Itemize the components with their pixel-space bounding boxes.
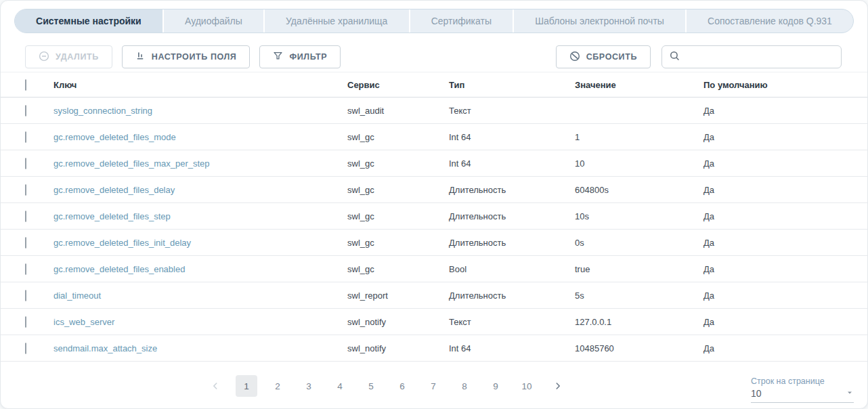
setting-key-link[interactable]: gc.remove_deleted_files_step <box>53 211 171 221</box>
tab-label: Системные настройки <box>36 16 142 26</box>
ban-icon <box>569 51 580 64</box>
rows-per-page: Строк на странице 10 <box>751 376 854 403</box>
pagination-page-button[interactable]: 10 <box>516 375 538 397</box>
search-box <box>661 45 842 68</box>
row-checkbox[interactable] <box>25 290 26 301</box>
pagination-page-button[interactable]: 2 <box>267 375 288 397</box>
reset-button-label: СБРОСИТЬ <box>586 52 637 62</box>
cell-default: Да <box>703 290 867 301</box>
row-checkbox[interactable] <box>25 158 26 169</box>
pagination-page-button[interactable]: 6 <box>391 375 413 397</box>
filter-button[interactable]: ФИЛЬТР <box>259 45 341 68</box>
row-checkbox[interactable] <box>25 211 26 222</box>
tab-label: Удалённые хранилища <box>286 16 387 26</box>
table-row: gc.remove_deleted_files_enabled swl_gc B… <box>1 256 867 282</box>
row-checkbox[interactable] <box>25 184 26 196</box>
select-all-checkbox[interactable] <box>25 79 26 91</box>
cell-default: Да <box>703 238 867 248</box>
rows-per-page-value: 10 <box>751 388 762 399</box>
setting-key-link[interactable]: gc.remove_deleted_files_enabled <box>53 264 185 274</box>
settings-table: Ключ Сервис Тип Значение По умолчанию sy… <box>1 72 867 362</box>
row-checkbox[interactable] <box>25 343 26 354</box>
cell-type: Bool <box>449 264 575 274</box>
setting-key-link[interactable]: gc.remove_deleted_files_max_per_step <box>53 158 210 169</box>
cell-service: swl_gc <box>347 211 449 221</box>
row-checkbox[interactable] <box>25 131 26 143</box>
cell-default: Да <box>703 317 867 327</box>
reset-button[interactable]: СБРОСИТЬ <box>556 45 651 68</box>
row-checkbox[interactable] <box>25 316 26 328</box>
cell-service: swl_gc <box>347 238 449 248</box>
toolbar: УДАЛИТЬ НАСТРОИТЬ ПОЛЯ ФИЛЬТР СБРОСИТЬ <box>1 45 867 68</box>
setting-key-link[interactable]: ics_web_server <box>53 317 114 327</box>
pagination-page-button[interactable]: 4 <box>329 375 351 397</box>
setting-key-link[interactable]: gc.remove_deleted_files_delay <box>53 185 175 195</box>
row-checkbox[interactable] <box>25 105 26 116</box>
rows-per-page-select[interactable]: 10 <box>751 387 854 403</box>
table-row: gc.remove_deleted_files_init_delay swl_g… <box>1 230 867 256</box>
configure-fields-button[interactable]: НАСТРОИТЬ ПОЛЯ <box>122 45 251 68</box>
cell-value: 1 <box>575 132 703 142</box>
row-checkbox[interactable] <box>25 263 26 275</box>
cell-type: Длительность <box>449 211 575 221</box>
cell-default: Да <box>703 158 867 169</box>
column-header-service: Сервис <box>347 80 449 90</box>
rows-per-page-label: Строк на странице <box>751 376 854 386</box>
cell-default: Да <box>703 211 867 221</box>
tab-item[interactable]: Удалённые хранилища <box>263 9 409 33</box>
delete-button-label: УДАЛИТЬ <box>56 52 99 62</box>
setting-key-link[interactable]: gc.remove_deleted_files_init_delay <box>53 238 191 248</box>
table-row: gc.remove_deleted_files_step swl_gc Длит… <box>1 203 867 230</box>
tab-item[interactable]: Сопоставление кодов Q.931 <box>685 9 853 33</box>
column-header-key: Ключ <box>53 80 347 90</box>
cell-service: swl_gc <box>347 264 449 274</box>
search-icon <box>669 50 680 64</box>
cell-value: true <box>575 264 703 274</box>
search-input[interactable] <box>686 52 834 62</box>
setting-key-link[interactable]: sendmail.max_attach_size <box>53 343 157 353</box>
tab-item[interactable]: Аудиофайлы <box>162 9 263 33</box>
column-header-type: Тип <box>449 80 575 90</box>
delete-button[interactable]: УДАЛИТЬ <box>25 45 112 68</box>
caret-down-icon <box>846 387 854 400</box>
table-row: gc.remove_deleted_files_mode swl_gc Int … <box>1 124 867 150</box>
cell-type: Int 64 <box>449 343 575 353</box>
columns-icon <box>135 51 146 63</box>
column-header-value: Значение <box>575 80 703 90</box>
pagination-next-button[interactable] <box>547 375 569 397</box>
table-footer: 1 2 3 4 5 6 7 8 9 10 <box>1 362 867 409</box>
settings-panel: Системные настройки Аудиофайлы Удалённые… <box>0 0 868 409</box>
tab-label: Сопоставление кодов Q.931 <box>708 16 832 26</box>
tab-item[interactable]: Сертификаты <box>409 9 513 33</box>
cell-value: 10s <box>575 211 703 221</box>
cell-default: Да <box>703 132 867 142</box>
cell-value: 604800s <box>575 185 703 195</box>
pagination-page-button[interactable]: 9 <box>485 375 506 397</box>
configure-fields-button-label: НАСТРОИТЬ ПОЛЯ <box>152 52 237 62</box>
pagination-page-button[interactable]: 5 <box>360 375 382 397</box>
table-row: ics_web_server swl_notify Текст 127.0.0.… <box>1 309 867 335</box>
cell-type: Текст <box>449 106 575 116</box>
pagination-page-button[interactable]: 8 <box>454 375 475 397</box>
pagination-page-button[interactable]: 7 <box>422 375 444 397</box>
row-checkbox[interactable] <box>25 237 26 249</box>
setting-key-link[interactable]: gc.remove_deleted_files_mode <box>53 132 176 142</box>
cell-service: swl_notify <box>347 317 449 327</box>
cell-default: Да <box>703 106 867 116</box>
setting-key-link[interactable]: syslog_connection_string <box>53 106 152 116</box>
pagination-page-button[interactable]: 3 <box>298 375 320 397</box>
cell-value: 127.0.0.1 <box>575 317 703 327</box>
pagination-page-button[interactable]: 1 <box>236 375 257 397</box>
pagination-prev-button[interactable] <box>204 375 226 397</box>
cell-value: 0s <box>575 238 703 248</box>
tab-item[interactable]: Системные настройки <box>15 9 162 33</box>
chevron-right-icon <box>553 381 563 391</box>
table-row: dial_timeout swl_report Длительность 5s … <box>1 282 867 309</box>
tab-bar: Системные настройки Аудиофайлы Удалённые… <box>14 9 854 33</box>
cell-type: Текст <box>449 317 575 327</box>
setting-key-link[interactable]: dial_timeout <box>53 290 101 301</box>
filter-funnel-icon <box>273 51 283 63</box>
cell-type: Длительность <box>449 185 575 195</box>
tab-item[interactable]: Шаблоны электронной почты <box>513 9 685 33</box>
table-row: sendmail.max_attach_size swl_notify Int … <box>1 335 867 362</box>
